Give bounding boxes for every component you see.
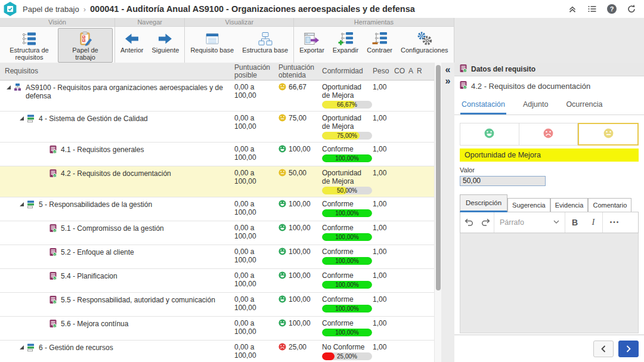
expand-caret-slot[interactable] <box>17 114 26 120</box>
conformity-cell: Conforme100,00% <box>319 197 370 221</box>
column-header-a[interactable]: A <box>405 63 414 80</box>
editor-tab-sugerencia[interactable]: Sugerencia <box>507 198 550 212</box>
collapse-panel-icon[interactable]: « <box>445 64 451 75</box>
configuraciones-button[interactable]: Configuraciones <box>397 28 452 61</box>
editor-tab-comentario[interactable]: Comentario <box>588 198 631 212</box>
editor-tab-descripción[interactable]: Descripción <box>460 194 507 212</box>
co-cell <box>391 269 405 292</box>
expand-panel-icon[interactable]: » <box>445 75 451 86</box>
italic-button[interactable]: I <box>584 212 602 233</box>
oportunidad-face-button[interactable] <box>578 123 639 146</box>
contraer-button[interactable]: Contraer <box>363 28 396 61</box>
requirement-label: 6 - Gestión de recursos <box>39 343 113 352</box>
co-cell <box>391 166 405 197</box>
expand-caret-icon[interactable] <box>20 345 24 349</box>
column-header-puntuaci-n-obtenida[interactable]: Puntuación obtenida <box>275 63 319 80</box>
next-requirement-button[interactable] <box>618 341 639 357</box>
weight-cell: 1,00 <box>370 341 391 362</box>
structure-node-icon <box>26 343 35 354</box>
obtained-score-cell: 50,00 <box>275 166 319 197</box>
expand-caret-icon[interactable] <box>20 116 24 120</box>
expand-caret-slot[interactable] <box>17 200 26 206</box>
yellow-face-icon <box>278 114 286 123</box>
papel-de-trabajo-button[interactable]: Papel de trabajo <box>58 28 113 63</box>
possible-score-cell: 0,00 a 100,00 <box>231 197 275 221</box>
happy-face-icon <box>484 128 494 141</box>
neutral-face-icon <box>603 128 614 141</box>
estructura-de-requisitos-button[interactable]: Estructura de requisitos <box>2 28 57 63</box>
weight-cell: 1,00 <box>370 81 391 111</box>
expand-caret-slot <box>39 169 49 171</box>
paragraph-style-select[interactable]: Párrafo <box>494 212 565 233</box>
column-header-peso[interactable]: Peso <box>370 63 391 80</box>
scrollbar-thumb[interactable] <box>436 65 441 290</box>
column-header-puntuaci-n-posible[interactable]: Puntuación posible <box>231 63 275 80</box>
column-header-r[interactable]: R <box>414 63 422 80</box>
weight-cell: 1,00 <box>370 143 391 166</box>
column-header-conformidad[interactable]: Conformidad <box>319 63 370 80</box>
expand-caret-icon[interactable] <box>7 85 11 89</box>
table-row[interactable]: 4 - Sistema de Gestión de Calidad0,00 a … <box>0 112 434 143</box>
exportar-button[interactable]: Exportar <box>296 28 328 61</box>
table-row[interactable]: 6 - Gestión de recursos0,00 a 100,0025,0… <box>0 341 434 362</box>
more-tools-button[interactable]: ••• <box>603 212 627 233</box>
table-row[interactable]: 4.1 - Requisitos generales0,00 a 100,001… <box>0 143 434 166</box>
expandir-button[interactable]: Expandir <box>329 28 362 61</box>
requirement-label: 4 - Sistema de Gestión de Calidad <box>39 114 148 123</box>
conforme-face-button[interactable] <box>460 123 519 146</box>
table-row[interactable]: 5.5 - Responsabilidad, autoridad y comun… <box>0 293 434 317</box>
previous-requirement-button[interactable] <box>593 341 614 357</box>
table-row[interactable]: 4.2 - Requisitos de documentación0,00 a … <box>0 166 434 197</box>
expand-caret-slot[interactable] <box>17 343 26 349</box>
co-cell <box>391 221 405 245</box>
requirements-structure-icon <box>21 30 38 47</box>
a-cell <box>405 269 414 292</box>
table-row[interactable]: 5.2 - Enfoque al cliente0,00 a 100,00100… <box>0 245 434 269</box>
editor-content-area[interactable] <box>460 233 639 333</box>
column-header-requisitos[interactable]: Requisitos <box>0 63 231 80</box>
bold-button[interactable]: B <box>565 212 584 233</box>
table-row[interactable]: 5.1 - Compromisso de la gestión0,00 a 10… <box>0 221 434 245</box>
tab-constatación[interactable]: Constatación <box>460 98 506 115</box>
conformity-cell: Conforme100,00% <box>319 221 370 245</box>
redo-icon[interactable] <box>477 212 494 233</box>
expand-caret-slot[interactable] <box>4 83 13 89</box>
conformity-label: Conforme <box>322 319 370 327</box>
conformity-result-banner: Oportunidad de Mejora <box>460 148 639 162</box>
a-cell <box>405 245 414 268</box>
column-header-co[interactable]: CO <box>391 63 405 80</box>
breadcrumb[interactable]: Papel de trabajo <box>23 5 79 14</box>
tab-ocurrencia[interactable]: Ocurrencia <box>565 98 603 115</box>
table-row[interactable]: 5.6 - Mejora contínua0,00 a 100,00100,00… <box>0 317 434 341</box>
ribbon-button-label: Estructura de requisitos <box>5 47 53 61</box>
paragraph-style-label: Párrafo <box>500 218 553 227</box>
expand-caret-icon[interactable] <box>20 202 24 206</box>
requirement-label: AS9100 - Requisitos para organizaciones … <box>26 83 231 100</box>
siguiente-button[interactable]: Siguiente <box>148 28 183 61</box>
estructura-base-button[interactable]: Estructura base <box>239 28 292 61</box>
no-conforme-face-button[interactable] <box>519 123 578 146</box>
table-header-row: RequisitosPuntuación posiblePuntuación o… <box>0 63 434 81</box>
valor-input[interactable] <box>460 176 546 186</box>
table-row[interactable]: 5.4 - Planificacion0,00 a 100,00100,00Co… <box>0 269 434 293</box>
tab-adjunto[interactable]: Adjunto <box>522 98 549 115</box>
requirements-table: RequisitosPuntuación posiblePuntuación o… <box>0 63 434 362</box>
editor-tab-evidencia[interactable]: Evidencia <box>550 198 589 212</box>
requirement-cell: 5.6 - Mejora contínua <box>0 317 231 340</box>
table-row[interactable]: AS9100 - Requisitos para organizaciones … <box>0 81 434 112</box>
conformity-cell: Conforme100,00% <box>319 143 370 166</box>
table-row[interactable]: 5 - Responsabilidades de la gestión0,00 … <box>0 197 434 221</box>
co-cell <box>391 112 405 142</box>
requisito-base-button[interactable]: Requisito base <box>187 28 237 61</box>
collapse-toolbar-icon[interactable] <box>567 4 578 14</box>
refresh-icon[interactable] <box>626 4 637 14</box>
list-view-icon[interactable] <box>587 4 597 14</box>
help-icon[interactable]: ? <box>606 4 617 14</box>
anterior-button[interactable]: Anterior <box>117 28 147 61</box>
table-scrollbar[interactable] <box>434 63 441 362</box>
undo-icon[interactable] <box>460 212 477 233</box>
ribbon-button-label: Requisito base <box>190 47 234 54</box>
conformity-cell: No Conforme25,00% <box>319 341 370 362</box>
requirement-label: 4.1 - Requisitos generales <box>61 145 144 154</box>
requirement-title: 4.2 - Requisitos de documentación <box>454 76 644 94</box>
